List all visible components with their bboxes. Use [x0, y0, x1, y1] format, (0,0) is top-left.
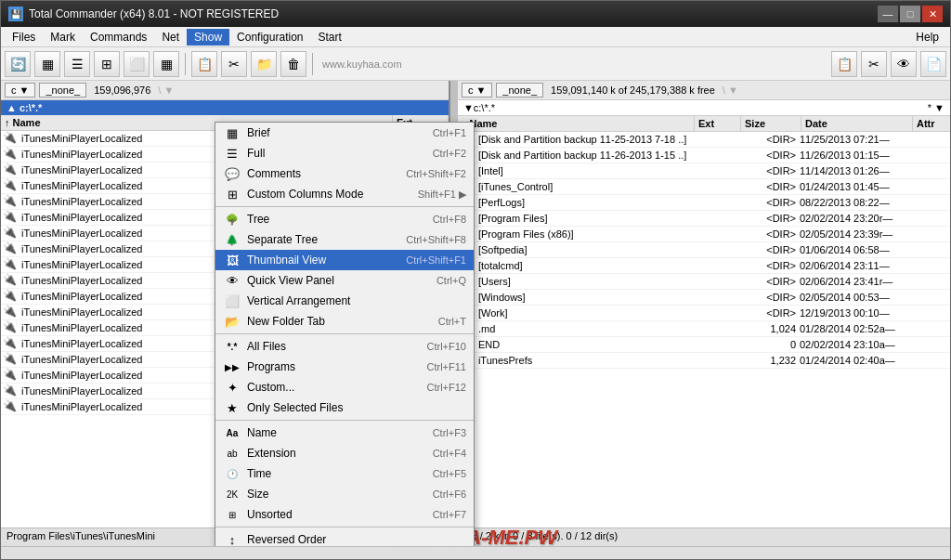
- menu-help[interactable]: Help: [908, 29, 946, 46]
- right-label-btn[interactable]: _none_: [496, 83, 543, 98]
- toolbar-custom-btn[interactable]: ⊞: [94, 51, 120, 77]
- table-row[interactable]: 📁 [Disk and Partition backup 11-26-2013 …: [458, 148, 950, 163]
- menu-item-new-folder-tab[interactable]: 📂 New Folder Tab Ctrl+T: [215, 311, 474, 332]
- maximize-button[interactable]: □: [900, 6, 920, 22]
- table-row[interactable]: 📄 iTunesPrefs 1,232 01/24/2014 02:40a—: [458, 353, 950, 369]
- menu-item-sort-name[interactable]: Aa Name Ctrl+F3: [215, 423, 474, 443]
- table-row[interactable]: 📁 [totalcmd] <DIR> 02/06/2014 23:11—: [458, 258, 950, 274]
- table-row[interactable]: 📁 [Work] <DIR> 12/19/2013 00:10—: [458, 306, 950, 321]
- table-row[interactable]: 📁 [Program Files] <DIR> 02/02/2014 23:20…: [458, 211, 950, 227]
- right-col-ext[interactable]: Ext: [695, 116, 741, 131]
- sort-name-shortcut: Ctrl+F3: [433, 427, 466, 438]
- custom-columns-icon: ⊞: [223, 187, 241, 202]
- menu-item-sort-ext[interactable]: ab Extension Ctrl+F4: [215, 443, 474, 463]
- menu-item-sort-time[interactable]: 🕐 Time Ctrl+F5: [215, 463, 474, 484]
- menu-item-only-selected[interactable]: ★ Only Selected Files: [215, 397, 474, 418]
- table-row[interactable]: 📁 [iTunes_Control] <DIR> 01/24/2013 01:4…: [458, 179, 950, 195]
- main-content: c ▼ _none_ 159,096,976 \ ▼ ▲ c:\*.* ↑ Na…: [1, 81, 950, 546]
- table-row[interactable]: 📁 [Program Files (x86)] <DIR> 02/05/2014…: [458, 227, 950, 242]
- table-row[interactable]: 📁 [Windows] <DIR> 02/05/2014 00:53—: [458, 290, 950, 306]
- toolbar-watermark-text: www.kuyhaa.com: [319, 59, 406, 70]
- toolbar-r-view-btn[interactable]: 👁: [891, 51, 917, 77]
- menu-mark[interactable]: Mark: [43, 29, 83, 46]
- sort-name-icon: Aa: [223, 425, 241, 440]
- menu-item-comments[interactable]: 💬 Comments Ctrl+Shift+F2: [215, 163, 474, 184]
- right-status-text: 0 k / 2 k in 0 / 3 file(s). 0 / 12 dir(s…: [463, 530, 618, 541]
- toolbar: 🔄 ▦ ☰ ⊞ ⬜ ▦ 📋 ✂ 📁 🗑 www.kuyhaa.com 📋 ✂ 👁…: [1, 47, 950, 81]
- custom-filter-shortcut: Ctrl+F12: [427, 382, 467, 393]
- toolbar-panel-btn[interactable]: ⬜: [124, 51, 150, 77]
- menu-item-vertical[interactable]: ⬜ Vertical Arrangement: [215, 291, 474, 311]
- table-row[interactable]: 📁 [Users] <DIR> 02/06/2014 23:41r—: [458, 274, 950, 290]
- menu-item-sort-size[interactable]: 2K Size Ctrl+F6: [215, 484, 474, 504]
- toolbar-r-move-btn[interactable]: ✂: [861, 51, 887, 77]
- right-col-name[interactable]: ↑ Name: [458, 116, 695, 131]
- full-shortcut: Ctrl+F2: [433, 148, 466, 159]
- menu-show[interactable]: Show: [187, 29, 229, 46]
- menu-item-reversed[interactable]: ↕ Reversed Order: [215, 529, 474, 546]
- right-drive-btn[interactable]: c ▼: [462, 83, 492, 98]
- menu-configuration[interactable]: Configuration: [229, 29, 310, 46]
- left-label-btn[interactable]: _none_: [39, 83, 86, 98]
- unsorted-icon: ⊞: [223, 507, 241, 522]
- right-file-list[interactable]: 📁 [Disk and Partition backup 11-25-2013 …: [458, 132, 950, 527]
- menu-item-programs[interactable]: ▶▶ Programs Ctrl+F11: [215, 357, 474, 377]
- menu-item-full[interactable]: ☰ Full Ctrl+F2: [215, 143, 474, 163]
- right-col-size[interactable]: Size: [741, 116, 801, 131]
- table-row[interactable]: 📁 [Disk and Partition backup 11-25-2013 …: [458, 132, 950, 148]
- menu-item-all-files[interactable]: *.* All Files Ctrl+F10: [215, 336, 474, 357]
- toolbar-copy-btn[interactable]: 📋: [191, 51, 217, 77]
- menu-net[interactable]: Net: [154, 29, 187, 46]
- app-icon: 💾: [8, 7, 23, 21]
- menu-item-custom-columns[interactable]: ⊞ Custom Columns Mode Shift+F1 ▶: [215, 184, 474, 204]
- menu-item-tree[interactable]: 🌳 Tree Ctrl+F8: [215, 209, 474, 229]
- left-root-btn[interactable]: \ ▼: [158, 85, 174, 96]
- dropdown-sep-2: [215, 333, 474, 334]
- brief-icon: ▦: [223, 125, 241, 140]
- menu-item-quick-view[interactable]: 👁 Quick View Panel Ctrl+Q: [215, 270, 474, 291]
- toolbar-move-btn[interactable]: ✂: [221, 51, 247, 77]
- menu-start[interactable]: Start: [310, 29, 348, 46]
- menu-bar: Files Mark Commands Net Show Configurati…: [1, 27, 950, 47]
- menu-item-unsorted[interactable]: ⊞ Unsorted Ctrl+F7: [215, 504, 474, 525]
- left-path-bar[interactable]: ▲ c:\*.*: [1, 100, 449, 115]
- menu-files[interactable]: Files: [5, 29, 43, 46]
- full-label: Full: [247, 147, 425, 160]
- minimize-button[interactable]: —: [878, 6, 898, 22]
- tree-shortcut: Ctrl+F8: [433, 214, 466, 225]
- right-col-attr[interactable]: Attr: [913, 116, 950, 131]
- reversed-label: Reversed Order: [247, 533, 459, 546]
- toolbar-r-extra-btn[interactable]: 📄: [920, 51, 946, 77]
- table-row[interactable]: 📁 [Intel] <DIR> 11/14/2013 01:26—: [458, 163, 950, 179]
- close-button[interactable]: ✕: [922, 6, 943, 22]
- toolbar-delete-btn[interactable]: 🗑: [280, 51, 306, 77]
- left-drive-btn[interactable]: c ▼: [5, 83, 35, 98]
- menu-item-thumbnail-view[interactable]: 🖼 Thumbnail View Ctrl+Shift+F1: [215, 250, 474, 270]
- toolbar-full-btn[interactable]: ☰: [64, 51, 90, 77]
- horizontal-scrollbar[interactable]: [1, 546, 950, 559]
- thumbnail-view-icon: 🖼: [223, 253, 241, 267]
- programs-label: Programs: [247, 360, 420, 373]
- toolbar-extra-btn[interactable]: ▦: [153, 51, 179, 77]
- table-row[interactable]: 📄 .md 1,024 01/28/2014 02:52a—: [458, 321, 950, 337]
- tree-icon: 🌳: [223, 212, 241, 227]
- menu-commands[interactable]: Commands: [83, 29, 154, 46]
- toolbar-refresh-btn[interactable]: 🔄: [5, 51, 31, 77]
- sort-name-label: Name: [247, 426, 425, 439]
- quick-view-label: Quick View Panel: [247, 274, 429, 287]
- menu-item-separate-tree[interactable]: 🌲 Separate Tree Ctrl+Shift+F8: [215, 229, 474, 250]
- toolbar-brief-btn[interactable]: ▦: [34, 51, 60, 77]
- dropdown-sep-1: [215, 206, 474, 207]
- menu-item-custom-filter[interactable]: ✦ Custom... Ctrl+F12: [215, 377, 474, 397]
- show-dropdown-menu[interactable]: ▦ Brief Ctrl+F1 ☰ Full Ctrl+F2 💬 Comment…: [215, 122, 475, 546]
- right-path-left[interactable]: ▼c:\*.*: [463, 102, 495, 113]
- file-icon: 🔌: [3, 320, 18, 335]
- table-row[interactable]: 📁 [PerfLogs] <DIR> 08/22/2013 08:22—: [458, 195, 950, 211]
- toolbar-r-copy-btn[interactable]: 📋: [831, 51, 857, 77]
- toolbar-mkdir-btn[interactable]: 📁: [251, 51, 277, 77]
- table-row[interactable]: 📄 END 0 02/02/2014 23:10a—: [458, 337, 950, 353]
- table-row[interactable]: 📁 [Softpedia] <DIR> 01/06/2014 06:58—: [458, 242, 950, 258]
- right-root-btn[interactable]: \ ▼: [723, 85, 738, 96]
- menu-item-brief[interactable]: ▦ Brief Ctrl+F1: [215, 123, 474, 143]
- right-col-date[interactable]: Date: [801, 116, 913, 131]
